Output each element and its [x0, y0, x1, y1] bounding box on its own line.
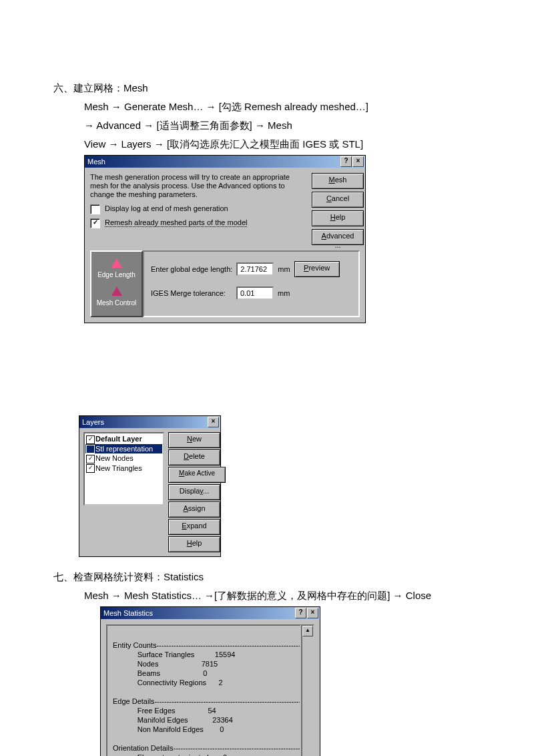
- stats-dialog: Mesh Statistics ? × Entity Counts-------…: [100, 606, 320, 756]
- make-active-button[interactable]: Make Active: [168, 467, 226, 483]
- layers-dialog-titlebar[interactable]: Layers ×: [79, 416, 220, 428]
- unit-mm: mm: [278, 265, 290, 273]
- help-icon[interactable]: ?: [340, 156, 352, 167]
- layers-dialog-title: Layers: [82, 416, 104, 428]
- display-log-label: Display log at end of mesh generation: [105, 204, 228, 212]
- delete-button[interactable]: Delete: [168, 449, 220, 465]
- edge-length-input[interactable]: [239, 264, 274, 274]
- section-6-line-3: View → Layers → [取消勾选原先汇入之模型曲面 IGES 或 ST…: [53, 136, 481, 152]
- advanced-button[interactable]: Advanced ...: [312, 229, 364, 245]
- triangle-icon: [111, 258, 122, 268]
- list-item[interactable]: Default Layer: [85, 434, 162, 444]
- mesh-dialog-title: Mesh: [87, 156, 105, 168]
- iges-tolerance-input[interactable]: [239, 289, 274, 298]
- remesh-checkbox[interactable]: [90, 218, 100, 228]
- section-6-line-1: Mesh → Generate Mesh… → [勾选 Remesh alrea…: [53, 99, 481, 115]
- help-button[interactable]: Help: [168, 536, 220, 552]
- edge-length-tab[interactable]: Edge Length: [91, 256, 142, 284]
- display-button[interactable]: Display...: [168, 484, 220, 500]
- mesh-dialog: Mesh ? × The mesh generation process wil…: [84, 155, 366, 323]
- mesh-dialog-titlebar[interactable]: Mesh ? ×: [85, 156, 365, 168]
- mesh-button[interactable]: Mesh: [312, 173, 364, 189]
- close-icon[interactable]: ×: [208, 417, 219, 427]
- list-item[interactable]: New Triangles: [85, 463, 162, 474]
- layers-dialog: Layers × Default Layer Stl representatio…: [79, 415, 221, 557]
- section-6-line-2: → Advanced → [适当调整三角面参数] → Mesh: [53, 118, 481, 134]
- mesh-sidebar: Edge Length Mesh Control: [90, 250, 143, 317]
- assign-button[interactable]: Assign: [168, 502, 220, 518]
- mesh-control-tab[interactable]: Mesh Control: [91, 284, 142, 312]
- layers-list[interactable]: Default Layer Stl representation New Nod…: [83, 432, 164, 506]
- iges-tolerance-label: IGES Merge tolerance:: [151, 289, 232, 297]
- list-item[interactable]: New Nodes: [85, 453, 162, 463]
- new-button[interactable]: New: [168, 432, 220, 448]
- expand-button[interactable]: Expand: [168, 519, 220, 535]
- edge-length-label: Enter global edge length:: [151, 265, 232, 273]
- list-item[interactable]: Stl representation: [85, 444, 162, 454]
- cancel-button[interactable]: Cancel: [312, 192, 364, 208]
- stats-text-area: Entity Counts---------------------------…: [106, 624, 301, 756]
- display-log-checkbox[interactable]: [90, 204, 100, 214]
- stats-dialog-titlebar[interactable]: Mesh Statistics ? ×: [101, 607, 320, 619]
- mesh-desc: The mesh generation process will try to …: [90, 173, 306, 199]
- close-icon[interactable]: ×: [307, 608, 318, 618]
- stats-dialog-title: Mesh Statistics: [103, 607, 153, 619]
- preview-button[interactable]: Preview: [294, 261, 340, 277]
- help-button[interactable]: Help: [312, 210, 364, 226]
- unit-mm-2: mm: [278, 289, 290, 297]
- scroll-up-icon[interactable]: ▲: [302, 626, 313, 636]
- close-icon[interactable]: ×: [352, 156, 364, 167]
- triangle-icon: [111, 287, 122, 296]
- section-7-title: 七、检查网格统计资料：Statistics: [53, 569, 481, 585]
- section-7-line-1: Mesh → Mesh Statistics… →[了解数据的意义，及网格中存在…: [53, 588, 481, 604]
- help-icon[interactable]: ?: [295, 608, 306, 618]
- remesh-label: Remesh already meshed parts of the model: [105, 218, 247, 227]
- section-6-title: 六、建立网格：Mesh: [53, 80, 481, 96]
- vertical-scrollbar[interactable]: ▲ ▼: [301, 624, 314, 756]
